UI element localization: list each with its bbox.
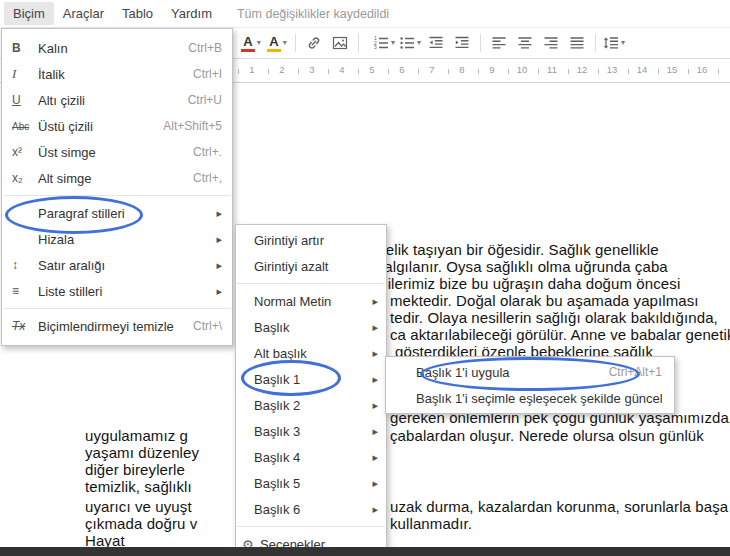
align-center-icon [517, 35, 533, 51]
submenu-arrow-icon: ▸ [216, 207, 222, 220]
menu-item-label: Üstü çizili [38, 119, 163, 134]
text-color-button[interactable]: A ▾ [239, 31, 263, 55]
decrease-indent-icon [428, 35, 444, 51]
menu-item-italik[interactable]: I İtalik Ctrl+I [2, 61, 232, 87]
image-icon [332, 35, 348, 51]
doc-text: uygulamamız g [85, 427, 188, 444]
menu-item-satir-araligi[interactable]: ↕ Satır aralığı ▸ [2, 252, 232, 278]
line-spacing-button[interactable]: ▾ [602, 31, 626, 55]
menu-item-label: Başlık 6 [254, 502, 372, 517]
ruler-number: 10 [515, 64, 530, 75]
menu-item-label: Biçimlendirmeyi temizle [38, 319, 193, 334]
menu-item-label: Paragraf stilleri [38, 206, 216, 221]
menu-item-shortcut: Ctrl+B [188, 41, 222, 55]
menubar-item-araclar[interactable]: Araçlar [54, 2, 113, 25]
submenu-arrow-icon: ▸ [372, 451, 378, 464]
italic-icon: I [12, 66, 38, 82]
doc-text: uyarıcı ve uyuşt [85, 498, 192, 515]
menubar-item-bicim[interactable]: Biçim [4, 2, 54, 25]
align-center-button[interactable] [513, 31, 537, 55]
menu-item-shortcut: Ctrl+I [193, 67, 222, 81]
menu-item-baslik1-uygula[interactable]: Başlık 1'i uygula Ctrl+Alt+1 [386, 359, 674, 385]
menu-item-shortcut: Alt+Shift+5 [163, 119, 222, 133]
menu-item-hizala[interactable]: Hizala ▸ [2, 226, 232, 252]
menu-divider [237, 283, 385, 284]
submenu-arrow-icon: ▸ [372, 503, 378, 516]
list-icon: ≡ [12, 284, 38, 298]
align-left-button[interactable] [487, 31, 511, 55]
chevron-down-icon: ▾ [621, 39, 625, 47]
styles-item-girintiyi-artir[interactable]: Girintiyi artır [236, 227, 386, 253]
menubar: Biçim Araçlar Tablo Yardım Tüm değişikli… [0, 0, 730, 28]
insert-link-button[interactable] [302, 31, 326, 55]
menu-item-label: Satır aralığı [38, 258, 216, 273]
menu-item-bicimlendirmeyi-temizle[interactable]: Tx Biçimlendirmeyi temizle Ctrl+\ [2, 313, 232, 339]
styles-item-baslik-1[interactable]: Başlık 1 ▸ [236, 366, 386, 392]
submenu-arrow-icon: ▸ [372, 425, 378, 438]
doc-text: kullanmadır. [390, 515, 472, 532]
format-menu: B Kalın Ctrl+B I İtalik Ctrl+I U Altı çi… [1, 28, 233, 346]
menu-item-label: Üst simge [38, 145, 193, 160]
increase-indent-button[interactable] [450, 31, 474, 55]
menu-item-paragraf-stilleri[interactable]: Paragraf stilleri ▸ [2, 200, 232, 226]
ruler-number: 15 [665, 64, 680, 75]
menubar-item-yardim[interactable]: Yardım [162, 2, 221, 25]
line-spacing-icon [603, 35, 619, 51]
align-right-button[interactable] [539, 31, 563, 55]
menubar-item-tablo[interactable]: Tablo [113, 2, 162, 25]
menu-item-alti-cizili[interactable]: U Altı çizili Ctrl+U [2, 87, 232, 113]
menu-item-ust-simge[interactable]: x² Üst simge Ctrl+. [2, 139, 232, 165]
menu-item-label: Liste stilleri [38, 284, 216, 299]
submenu-arrow-icon: ▸ [372, 373, 378, 386]
align-right-icon [543, 35, 559, 51]
decrease-indent-button[interactable] [424, 31, 448, 55]
menu-item-label: İtalik [38, 67, 193, 82]
styles-item-baslik-3[interactable]: Başlık 3 ▸ [236, 418, 386, 444]
menu-item-baslik1-guncelle[interactable]: Başlık 1'i seçimle eşleşecek şekilde gün… [386, 385, 674, 411]
menu-item-alt-simge[interactable]: x₂ Alt simge Ctrl+, [2, 165, 232, 191]
menu-item-kalin[interactable]: B Kalın Ctrl+B [2, 35, 232, 61]
menu-item-label: Başlık 4 [254, 450, 372, 465]
styles-item-alt-baslik[interactable]: Alt başlık ▸ [236, 340, 386, 366]
styles-item-baslik-6[interactable]: Başlık 6 ▸ [236, 496, 386, 522]
menu-item-ustu-cizili[interactable]: Abc Üstü çizili Alt+Shift+5 [2, 113, 232, 139]
ruler-number: 16 [695, 64, 710, 75]
styles-item-baslik-4[interactable]: Başlık 4 ▸ [236, 444, 386, 470]
submenu-arrow-icon: ▸ [372, 477, 378, 490]
doc-text: uzak durma, kazalardan korunma, sorunlar… [390, 498, 728, 515]
doc-text: çabalardan oluşur. Nerede olursa olsun g… [390, 427, 704, 444]
insert-image-button[interactable] [328, 31, 352, 55]
ruler-number: 5 [367, 64, 376, 75]
justify-button[interactable] [565, 31, 589, 55]
menu-item-label: Alt başlık [254, 346, 372, 361]
menu-item-label: Başlık 1'i uygula [416, 365, 609, 380]
menu-item-label: Başlık 5 [254, 476, 372, 491]
styles-item-baslik-2[interactable]: Başlık 2 ▸ [236, 392, 386, 418]
submenu-arrow-icon: ▸ [372, 321, 378, 334]
highlight-color-icon: A [267, 35, 280, 52]
ruler-number: 6 [397, 64, 406, 75]
highlight-color-button[interactable]: A ▾ [265, 31, 289, 55]
styles-item-girintiyi-azalt[interactable]: Girintiyi azalt [236, 253, 386, 279]
styles-item-baslik[interactable]: Başlık ▸ [236, 314, 386, 340]
menu-item-label: Girintiyi azalt [254, 259, 378, 274]
toolbar-divider [295, 34, 296, 52]
submenu-arrow-icon: ▸ [216, 233, 222, 246]
toolbar-divider [358, 34, 359, 52]
doc-text: diğer bireylerle [85, 461, 185, 478]
chevron-down-icon: ▾ [283, 39, 287, 47]
styles-item-normal-metin[interactable]: Normal Metin ▸ [236, 288, 386, 314]
numbered-list-button[interactable]: 1 2 3 ▾ [372, 31, 396, 55]
menu-item-label: Başlık 1'i seçimle eşleşecek şekilde gün… [416, 391, 662, 406]
ruler-number: 3 [307, 64, 316, 75]
ruler-numbers: 1 2 3 4 5 6 7 8 9 10 11 12 13 14 15 16 [237, 64, 717, 75]
underline-icon: U [12, 93, 38, 107]
ruler-number: 13 [605, 64, 620, 75]
bulleted-list-button[interactable]: ▾ [398, 31, 422, 55]
menu-item-liste-stilleri[interactable]: ≡ Liste stilleri ▸ [2, 278, 232, 304]
toolbar-divider [595, 34, 596, 52]
menu-item-label: Girintiyi artır [254, 233, 378, 248]
ruler-number: 4 [337, 64, 346, 75]
styles-item-baslik-5[interactable]: Başlık 5 ▸ [236, 470, 386, 496]
ruler-number: 12 [575, 64, 590, 75]
